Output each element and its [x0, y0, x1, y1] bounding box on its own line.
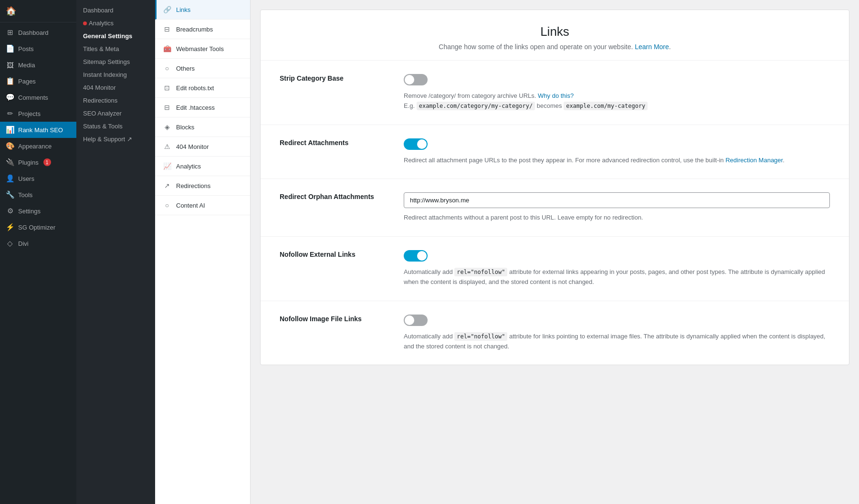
- page-header: Links Change how some of the links open …: [261, 10, 849, 61]
- appearance-icon: 🎨: [6, 142, 14, 150]
- 404-nav-icon: ⚠: [163, 142, 171, 151]
- main-area: Dashboard Analytics General Settings Tit…: [76, 0, 859, 504]
- analytics-nav-icon: 📈: [163, 162, 171, 170]
- analytics-dot: [83, 21, 87, 25]
- setting-strip-category-base: Strip Category Base Remove /category/ fr…: [261, 61, 849, 125]
- second-nav-others[interactable]: ○ Others: [155, 59, 250, 78]
- sidebar-item-users[interactable]: 👤 Users: [0, 170, 76, 187]
- nofollow-external-label: Nofollow External Links: [280, 250, 385, 260]
- second-nav-webmaster[interactable]: 🧰 Webmaster Tools: [155, 39, 250, 59]
- example-url: example.com/category/my-category/: [417, 102, 535, 110]
- pages-icon: 📋: [6, 77, 14, 85]
- second-nav-robots[interactable]: ⊡ Edit robots.txt: [155, 78, 250, 98]
- second-nav-links[interactable]: 🔗 Links: [155, 0, 250, 20]
- plugins-icon: 🔌: [6, 158, 14, 167]
- second-nav-blocks[interactable]: ◈ Blocks: [155, 117, 250, 137]
- nofollow-external-code: rel="nofollow": [454, 268, 507, 276]
- setting-nofollow-image: Nofollow Image File Links Automatically …: [261, 301, 849, 365]
- second-nav-redirections[interactable]: ↗ Redirections: [155, 176, 250, 196]
- sidebar-item-sg-optimizer[interactable]: ⚡ SG Optimizer: [0, 219, 76, 235]
- submenu-item-seo-analyzer[interactable]: SEO Analyzer: [76, 107, 155, 120]
- example-result: example.com/my-category: [564, 102, 648, 110]
- divi-icon: ◇: [6, 239, 14, 248]
- sidebar-item-posts[interactable]: 📄 Posts: [0, 41, 76, 57]
- strip-category-knob: [405, 75, 414, 84]
- nofollow-image-toggle[interactable]: [404, 315, 428, 326]
- content-ai-nav-icon: ○: [163, 201, 171, 210]
- posts-icon: 📄: [6, 44, 14, 53]
- settings-icon: ⚙: [6, 207, 14, 215]
- submenu-item-status[interactable]: Status & Tools: [76, 120, 155, 133]
- strip-category-toggle[interactable]: [404, 74, 428, 85]
- nofollow-external-toggle[interactable]: [404, 250, 428, 262]
- webmaster-nav-icon: 🧰: [163, 44, 171, 53]
- sidebar-item-tools[interactable]: 🔧 Tools: [0, 187, 76, 203]
- settings-main: Links Change how some of the links open …: [251, 0, 859, 504]
- tools-icon: 🔧: [6, 190, 14, 199]
- sg-optimizer-icon: ⚡: [6, 223, 14, 231]
- content-panel: 🔗 Links ⊟ Breadcrumbs 🧰 Webmaster Tools …: [155, 0, 859, 504]
- setting-nofollow-external: Nofollow External Links Automatically ad…: [261, 237, 849, 301]
- second-nav-content-ai[interactable]: ○ Content AI: [155, 196, 250, 215]
- page-subtitle: Change how some of the links open and op…: [280, 43, 830, 51]
- sidebar-item-rank-math[interactable]: 📊 Rank Math SEO: [0, 122, 76, 138]
- second-nav-404[interactable]: ⚠ 404 Monitor: [155, 137, 250, 157]
- plugin-submenu: Dashboard Analytics General Settings Tit…: [76, 0, 155, 504]
- sidebar-item-plugins[interactable]: 🔌 Plugins 1: [0, 154, 76, 170]
- nofollow-external-knob: [417, 251, 427, 261]
- second-nav-analytics[interactable]: 📈 Analytics: [155, 157, 250, 176]
- sidebar-item-pages[interactable]: 📋 Pages: [0, 73, 76, 89]
- page-title: Links: [280, 24, 830, 39]
- links-nav-icon: 🔗: [163, 5, 171, 14]
- blocks-nav-icon: ◈: [163, 123, 171, 131]
- setting-redirect-attachments: Redirect Attachments Redirect all attach…: [261, 125, 849, 179]
- admin-sidebar: 🏠 ⊞ Dashboard 📄 Posts 🖼 Media 📋 Pages 💬 …: [0, 0, 76, 504]
- sidebar-item-dashboard[interactable]: ⊞ Dashboard: [0, 24, 76, 41]
- strip-category-label: Strip Category Base: [280, 74, 385, 84]
- strip-category-desc: Remove /category/ from category archive …: [404, 91, 830, 111]
- sidebar-item-projects[interactable]: ✏ Projects: [0, 105, 76, 122]
- submenu-item-help[interactable]: Help & Support ↗: [76, 133, 155, 146]
- learn-more-link[interactable]: Learn More: [635, 43, 669, 51]
- rank-math-icon: 📊: [6, 126, 14, 134]
- submenu-item-instant-indexing[interactable]: Instant Indexing: [76, 68, 155, 81]
- submenu-item-sitemap[interactable]: Sitemap Settings: [76, 55, 155, 68]
- dashboard-icon: ⊞: [6, 28, 14, 37]
- submenu-item-redirections[interactable]: Redirections: [76, 94, 155, 107]
- redirection-manager-link[interactable]: Redirection Manager: [725, 157, 783, 164]
- projects-icon: ✏: [6, 109, 14, 118]
- why-do-this-link[interactable]: Why do this?: [538, 92, 574, 99]
- second-nav-htaccess[interactable]: ⊟ Edit .htaccess: [155, 98, 250, 117]
- sidebar-item-appearance[interactable]: 🎨 Appearance: [0, 138, 76, 154]
- robots-nav-icon: ⊡: [163, 84, 171, 92]
- second-nav: 🔗 Links ⊟ Breadcrumbs 🧰 Webmaster Tools …: [155, 0, 251, 504]
- redirect-orphan-input[interactable]: [404, 192, 830, 208]
- redirect-orphan-desc: Redirect attachments without a parent po…: [404, 213, 830, 223]
- redirect-attachments-toggle[interactable]: [404, 138, 428, 150]
- sidebar-item-divi[interactable]: ◇ Divi: [0, 235, 76, 252]
- nofollow-image-desc: Automatically add rel="nofollow" attribu…: [404, 332, 830, 352]
- others-nav-icon: ○: [163, 64, 171, 73]
- sidebar-item-media[interactable]: 🖼 Media: [0, 57, 76, 73]
- second-nav-breadcrumbs[interactable]: ⊟ Breadcrumbs: [155, 20, 250, 39]
- redirect-attachments-knob: [417, 139, 427, 149]
- breadcrumbs-nav-icon: ⊟: [163, 25, 171, 33]
- submenu-item-404[interactable]: 404 Monitor: [76, 81, 155, 94]
- nofollow-image-code: rel="nofollow": [454, 332, 507, 341]
- redirect-orphan-label: Redirect Orphan Attachments: [280, 192, 385, 202]
- settings-content: Links Change how some of the links open …: [260, 10, 849, 365]
- nofollow-external-desc: Automatically add rel="nofollow" attribu…: [404, 267, 830, 287]
- media-icon: 🖼: [6, 61, 14, 69]
- nofollow-image-knob: [405, 315, 414, 325]
- submenu-item-general-settings[interactable]: General Settings: [76, 30, 155, 42]
- submenu-item-dashboard[interactable]: Dashboard: [76, 4, 155, 17]
- submenu-item-titles-meta[interactable]: Titles & Meta: [76, 42, 155, 55]
- redirections-nav-icon: ↗: [163, 181, 171, 190]
- sidebar-item-comments[interactable]: 💬 Comments: [0, 89, 76, 105]
- submenu-item-analytics[interactable]: Analytics: [76, 17, 155, 30]
- sidebar-item-settings[interactable]: ⚙ Settings: [0, 203, 76, 219]
- plugins-badge: 1: [43, 158, 51, 166]
- setting-redirect-orphan: Redirect Orphan Attachments Redirect att…: [261, 179, 849, 237]
- nofollow-image-label: Nofollow Image File Links: [280, 315, 385, 324]
- redirect-attachments-desc: Redirect all attachment page URLs to the…: [404, 156, 830, 166]
